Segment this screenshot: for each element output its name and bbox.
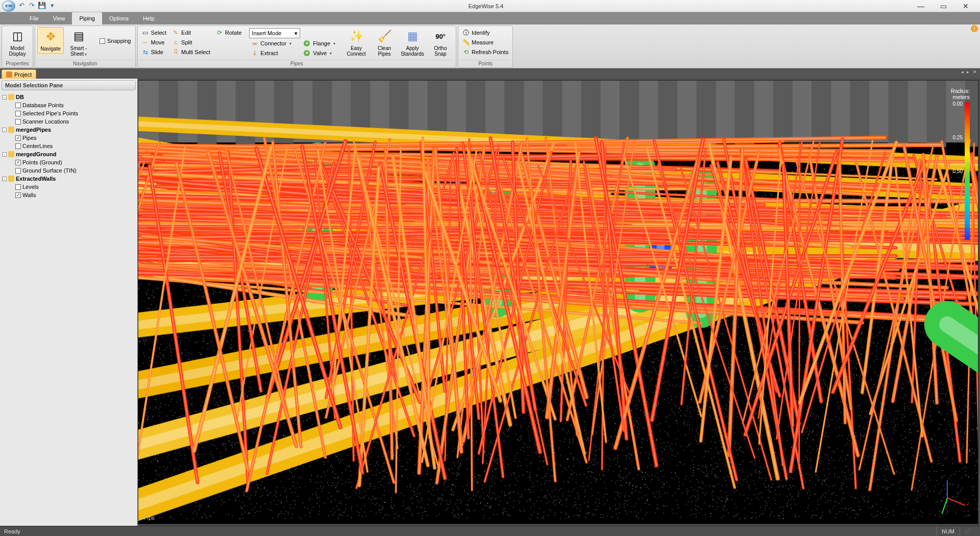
rotate-icon: ⟳ bbox=[216, 29, 223, 36]
menu-file[interactable]: File bbox=[22, 12, 46, 25]
minimize-button[interactable]: — bbox=[916, 2, 926, 10]
maximize-button[interactable]: ▭ bbox=[938, 2, 948, 10]
ortho-snap-button[interactable]: 90° Ortho Snap bbox=[427, 27, 454, 58]
redo-icon[interactable]: ↷ bbox=[28, 2, 36, 10]
navigate-arrows-icon: ✥ bbox=[43, 29, 58, 44]
split-button[interactable]: ⎌Split bbox=[170, 38, 212, 47]
tree-item-walls[interactable]: ✓Walls bbox=[2, 191, 135, 199]
insert-mode-dropdown[interactable]: Insert Mode▾ bbox=[249, 28, 300, 38]
status-num-lock: NUM bbox=[936, 526, 960, 536]
ribbon-group-label: Navigation bbox=[37, 60, 133, 67]
easy-connect-button[interactable]: ✨ Easy Connect bbox=[343, 27, 370, 58]
navigate-button[interactable]: ✥ Navigate bbox=[37, 27, 64, 54]
extract-button[interactable]: ⤓Extract bbox=[249, 48, 300, 58]
ribbon-group-pipes: ▭Select ↔Move ⇆Slide ✎Edit ⎌Split ⠿Multi… bbox=[137, 26, 457, 68]
tab-strip-controls[interactable]: ◂ ▸ ✕ bbox=[961, 69, 978, 75]
menu-piping[interactable]: Piping bbox=[72, 12, 102, 25]
identify-button[interactable]: ⓘIdentify bbox=[460, 28, 510, 37]
tree-item-levels[interactable]: Levels bbox=[2, 183, 135, 191]
chevron-down-icon: ▾ bbox=[295, 30, 298, 37]
undo-icon[interactable]: ↶ bbox=[17, 2, 26, 10]
menu-options[interactable]: Options bbox=[102, 12, 136, 25]
checkbox-icon[interactable] bbox=[15, 184, 21, 190]
notification-badge-icon[interactable]: i bbox=[971, 25, 978, 32]
tree-item-points-ground[interactable]: ✓Points (Ground) bbox=[2, 158, 135, 166]
refresh-icon: ⟲ bbox=[462, 48, 470, 56]
collapse-icon[interactable]: - bbox=[2, 177, 7, 181]
move-button[interactable]: ↔Move bbox=[140, 38, 169, 47]
checkbox-icon[interactable]: ✓ bbox=[15, 192, 21, 198]
cube-icon: ◫ bbox=[10, 29, 25, 44]
tree-item-scanner-locations[interactable]: Scanner Locations bbox=[2, 117, 135, 126]
model-display-button[interactable]: ◫ Model Display bbox=[4, 27, 31, 58]
refresh-points-button[interactable]: ⟲Refresh Points bbox=[460, 47, 510, 57]
checkbox-icon[interactable]: ✓ bbox=[15, 160, 21, 165]
tree-item-ground-surface-tin[interactable]: Ground Surface (TIN) bbox=[2, 166, 135, 175]
tab-project[interactable]: Project bbox=[2, 69, 36, 79]
wand-icon: ✨ bbox=[349, 29, 364, 44]
plus-icon: + bbox=[304, 40, 310, 46]
app-logo[interactable]: EW bbox=[2, 1, 15, 12]
save-icon[interactable]: 💾 bbox=[38, 2, 46, 10]
multi-select-button[interactable]: ⠿Multi Select bbox=[170, 47, 212, 57]
checkbox-icon bbox=[100, 38, 105, 44]
legend-tick: 0.25 bbox=[953, 135, 963, 140]
measure-button[interactable]: 📏Measure bbox=[460, 38, 510, 47]
edit-button[interactable]: ✎Edit bbox=[170, 28, 212, 37]
radius-legend: Radius: meters 0.00 0.25 0.50 bbox=[934, 88, 970, 103]
checkbox-icon[interactable]: ✓ bbox=[15, 135, 21, 141]
viewport-canvas[interactable] bbox=[138, 81, 978, 524]
collapse-icon[interactable]: - bbox=[2, 152, 7, 157]
status-resize-grip-icon[interactable]: ⋰ bbox=[960, 526, 976, 536]
broom-icon: 🧹 bbox=[377, 29, 392, 44]
apply-standards-button[interactable]: ▦ Apply Standards bbox=[399, 27, 426, 58]
clean-pipes-button[interactable]: 🧹 Clean Pipes bbox=[371, 27, 398, 58]
layer-icon bbox=[8, 151, 14, 157]
3d-viewport[interactable]: 4 fps Radius: meters 0.00 0.25 0.50 bbox=[138, 80, 978, 524]
snapping-checkbox[interactable]: Snapping bbox=[97, 36, 133, 45]
tree-item-database-points[interactable]: Database Points bbox=[2, 101, 135, 109]
menu-view[interactable]: View bbox=[46, 12, 72, 25]
checkbox-icon[interactable] bbox=[15, 143, 21, 149]
tree-node-extracted-walls[interactable]: -ExtractedWalls bbox=[2, 175, 135, 183]
rotate-button[interactable]: ⟳Rotate bbox=[214, 28, 243, 37]
flange-button[interactable]: +Flange bbox=[302, 39, 337, 48]
legend-gradient-bar bbox=[965, 102, 970, 240]
close-button[interactable]: ✕ bbox=[961, 2, 971, 10]
valve-button[interactable]: +Valve bbox=[302, 48, 337, 58]
model-selection-pane: Model Selection Pane -DB Database Points… bbox=[0, 79, 138, 526]
model-tree[interactable]: -DB Database Points Selected Pipe's Poin… bbox=[0, 92, 137, 201]
slide-button[interactable]: ⇆Slide bbox=[140, 47, 169, 57]
ruler-icon: 📏 bbox=[462, 39, 470, 46]
tree-item-centerlines[interactable]: CenterLines bbox=[2, 142, 135, 150]
checkbox-icon[interactable] bbox=[15, 111, 21, 116]
qat-more-icon[interactable]: ▾ bbox=[48, 2, 56, 10]
smart-sheet-button[interactable]: ▤ Smart - Sheet bbox=[65, 27, 92, 59]
tree-node-merged-ground[interactable]: -mergedGround bbox=[2, 150, 135, 158]
angle-90-icon: 90° bbox=[433, 29, 448, 44]
window-title: EdgeWise 5.4 bbox=[56, 3, 916, 9]
ribbon-group-navigation: ✥ Navigate ▤ Smart - Sheet Snapping Navi… bbox=[35, 26, 136, 68]
collapse-icon[interactable]: - bbox=[2, 128, 7, 132]
collapse-icon[interactable]: - bbox=[2, 95, 7, 100]
sheet-icon: ▤ bbox=[71, 29, 86, 44]
legend-tick: 0.00 bbox=[953, 101, 963, 107]
tree-item-pipes[interactable]: ✓Pipes bbox=[2, 134, 135, 142]
ribbon-group-label: Properties bbox=[4, 60, 31, 67]
select-button[interactable]: ▭Select bbox=[140, 28, 169, 37]
ribbon-group-label: Pipes bbox=[140, 60, 454, 67]
menu-help[interactable]: Help bbox=[136, 12, 162, 25]
tree-node-merged-pipes[interactable]: -mergedPipes bbox=[2, 126, 135, 134]
ribbon-group-label: Points bbox=[460, 60, 510, 67]
checkbox-icon[interactable] bbox=[15, 119, 21, 125]
checkbox-icon[interactable] bbox=[15, 103, 21, 108]
tree-node-db[interactable]: -DB bbox=[2, 93, 135, 101]
connector-button[interactable]: ⫘Connector bbox=[249, 39, 300, 48]
move-icon: ↔ bbox=[142, 39, 149, 46]
identify-icon: ⓘ bbox=[462, 29, 470, 36]
standards-icon: ▦ bbox=[405, 29, 420, 44]
tree-item-selected-pipes-points[interactable]: Selected Pipe's Points bbox=[2, 109, 135, 117]
ribbon-group-points: ⓘIdentify 📏Measure ⟲Refresh Points Point… bbox=[458, 26, 513, 68]
pane-title: Model Selection Pane bbox=[2, 80, 136, 90]
checkbox-icon[interactable] bbox=[15, 168, 21, 174]
